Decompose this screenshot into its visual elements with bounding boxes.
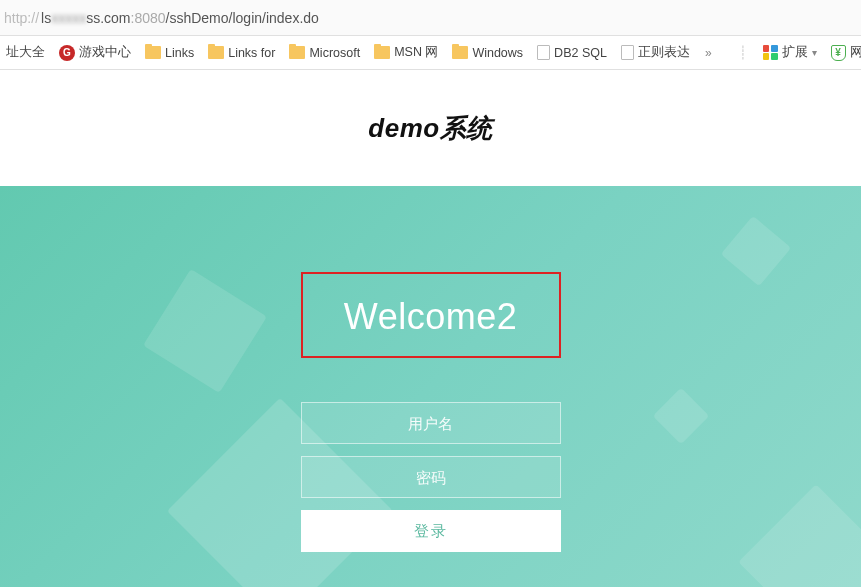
url-scheme: http:// — [4, 10, 39, 26]
toolbar-separator: ┊ — [739, 45, 747, 60]
file-icon — [621, 45, 634, 60]
url-host-end: ss.com — [86, 10, 130, 26]
game-icon: G — [59, 45, 75, 61]
bookmarks-bar: 址大全 G 游戏中心 Links Links for Microsoft MSN… — [0, 36, 861, 70]
folder-icon — [289, 46, 305, 59]
bookmark-label: 址大全 — [6, 44, 45, 61]
address-bar[interactable]: http:// ls xxxxx ss.com :8080 /sshDemo/l… — [0, 0, 861, 36]
bookmark-label: Microsoft — [309, 46, 360, 60]
folder-icon — [374, 46, 390, 59]
decor-square — [143, 269, 267, 393]
bank-label: 网银 — [850, 44, 861, 61]
url-path: /sshDemo/login/index.do — [166, 10, 319, 26]
bookmark-regex[interactable]: 正则表达 — [619, 42, 692, 63]
overflow-chevron-icon[interactable]: » — [702, 46, 715, 60]
welcome-highlight: Welcome2 — [301, 272, 561, 358]
file-icon — [537, 45, 550, 60]
bookmark-label: MSN 网 — [394, 44, 438, 61]
bookmark-windows[interactable]: Windows — [450, 44, 525, 62]
bank-button[interactable]: ¥ 网银 — [829, 42, 861, 63]
bookmark-links-for[interactable]: Links for — [206, 44, 277, 62]
bookmark-label: Links — [165, 46, 194, 60]
bookmark-game-center[interactable]: G 游戏中心 — [57, 42, 133, 63]
chevron-down-icon: ▾ — [812, 47, 817, 58]
password-input[interactable] — [301, 456, 561, 498]
username-input[interactable] — [301, 402, 561, 444]
decor-square — [738, 484, 861, 587]
login-button[interactable]: 登录 — [301, 510, 561, 552]
bookmark-links[interactable]: Links — [143, 44, 196, 62]
url-port: :8080 — [131, 10, 166, 26]
bookmark-label: 游戏中心 — [79, 44, 131, 61]
bookmark-microsoft[interactable]: Microsoft — [287, 44, 362, 62]
bookmark-label: DB2 SQL — [554, 46, 607, 60]
login-hero: Welcome2 登录 — [0, 186, 861, 587]
bookmark-label: Windows — [472, 46, 523, 60]
url-host-start: ls — [41, 10, 51, 26]
extensions-button[interactable]: 扩展 ▾ — [761, 42, 819, 63]
folder-icon — [145, 46, 161, 59]
welcome-text: Welcome2 — [313, 296, 549, 338]
apps-icon — [763, 45, 778, 60]
shield-icon: ¥ — [831, 45, 846, 61]
login-box: Welcome2 登录 — [301, 272, 561, 552]
url-host-redacted: xxxxx — [51, 10, 86, 26]
folder-icon — [208, 46, 224, 59]
extensions-label: 扩展 — [782, 44, 808, 61]
brand-title: demo系统 — [368, 111, 492, 146]
folder-icon — [452, 46, 468, 59]
decor-square — [653, 388, 710, 445]
decor-square — [721, 216, 791, 286]
bookmark-label: 正则表达 — [638, 44, 690, 61]
brand-header: demo系统 — [0, 70, 861, 186]
bookmark-sites[interactable]: 址大全 — [4, 42, 47, 63]
bookmark-label: Links for — [228, 46, 275, 60]
bookmark-db2-sql[interactable]: DB2 SQL — [535, 43, 609, 62]
bookmark-msn[interactable]: MSN 网 — [372, 42, 440, 63]
